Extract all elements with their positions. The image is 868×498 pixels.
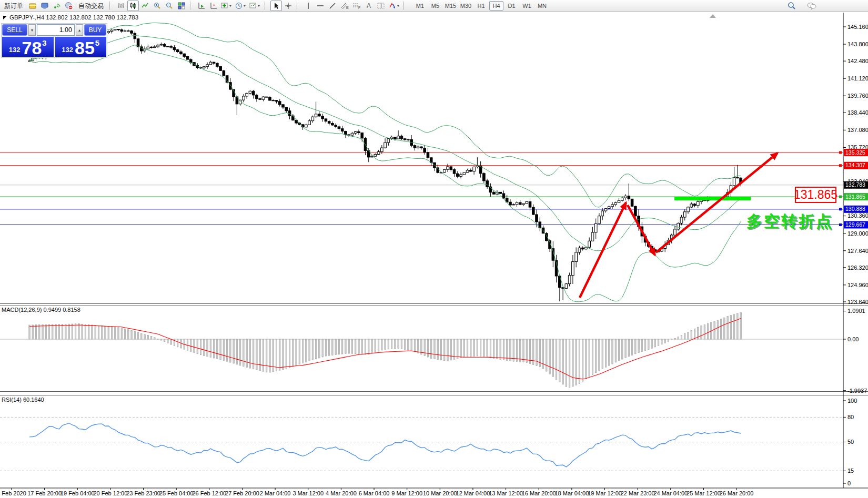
timeframe-m15-button[interactable]: M15: [443, 1, 458, 11]
crosshair-icon[interactable]: [282, 1, 294, 11]
svg-text:24 Mar 04:00: 24 Mar 04:00: [653, 490, 688, 496]
auto-scroll-icon[interactable]: [196, 1, 207, 11]
svg-text:1.0901: 1.0901: [847, 308, 865, 314]
level-pointer: [839, 208, 842, 210]
svg-text:18 Mar 04:00: 18 Mar 04:00: [554, 490, 589, 496]
toolbar-separator: [403, 2, 407, 10]
svg-text:126.320: 126.320: [847, 265, 868, 271]
volume-down-button[interactable]: ▼: [28, 24, 36, 36]
timeframe-mn-button[interactable]: MN: [535, 1, 549, 11]
zoom-out-icon[interactable]: [164, 1, 175, 11]
trend-arrow[interactable]: [656, 153, 778, 252]
pivot-annotation-text[interactable]: 多空转折点: [746, 211, 833, 232]
svg-text:129.000: 129.000: [847, 230, 868, 237]
horizontal-line-icon[interactable]: [315, 1, 326, 11]
chart-canvas[interactable]: 145.160143.800142.480141.120139.760138.4…: [0, 0, 868, 498]
svg-text:0.00: 0.00: [847, 336, 859, 342]
sell-price-prefix: 132: [9, 46, 21, 54]
autotrade-icon[interactable]: [63, 1, 75, 11]
zoom-in-icon[interactable]: [152, 1, 163, 11]
accounts-book-icon[interactable]: [27, 1, 38, 11]
timeframe-toolbar: M1M5M15M30H1H4D1W1MN: [412, 1, 550, 11]
trend-arrow[interactable]: [628, 205, 655, 255]
svg-text:F: F: [358, 6, 360, 9]
chat-icon[interactable]: [806, 1, 817, 11]
timeframe-m30-button[interactable]: M30: [459, 1, 473, 11]
periods-icon[interactable]: [234, 1, 248, 11]
main-pane: [0, 23, 843, 301]
new-order-button[interactable]: 新订单: [1, 1, 26, 11]
timeframe-h1-button[interactable]: H1: [474, 1, 488, 11]
svg-text:139.760: 139.760: [847, 93, 868, 99]
terminal-icon[interactable]: [39, 1, 51, 11]
sell-button[interactable]: SELL: [2, 24, 27, 36]
timeframe-m1-button[interactable]: M1: [413, 1, 427, 11]
equidistant-channel-icon[interactable]: E: [339, 1, 350, 11]
timeframe-d1-button[interactable]: D1: [504, 1, 519, 11]
templates-icon[interactable]: [248, 1, 262, 11]
svg-text:15: 15: [847, 467, 854, 474]
line-chart-icon[interactable]: [139, 1, 151, 11]
svg-text:134.307: 134.307: [845, 162, 865, 168]
svg-text:T: T: [380, 3, 383, 9]
text-label-icon[interactable]: T: [375, 1, 387, 11]
toolbar-separator: [109, 2, 113, 10]
signal-icon[interactable]: [51, 1, 63, 11]
toolbar-separator: [190, 2, 194, 10]
autotrade-button[interactable]: 自动交易: [75, 1, 107, 11]
time-axis[interactable]: 4 Feb 202017 Feb 20:0019 Feb 04:0020 Feb…: [0, 488, 868, 496]
chart-shift-icon[interactable]: *: [208, 1, 219, 11]
candle-chart-icon[interactable]: [127, 1, 139, 11]
bar-chart-icon[interactable]: [115, 1, 127, 11]
buy-price-big: 85: [75, 41, 95, 56]
svg-text:27 Feb 20:00: 27 Feb 20:00: [225, 490, 259, 496]
svg-text:10 Mar 20:00: 10 Mar 20:00: [423, 490, 457, 496]
svg-text:3 Mar 12:00: 3 Mar 12:00: [292, 490, 324, 496]
svg-text:127.640: 127.640: [847, 248, 868, 254]
price-callout-label[interactable]: 131.865: [795, 187, 836, 203]
trend-arrow[interactable]: [580, 202, 626, 298]
macd-pane: [0, 312, 843, 388]
arrows-icon[interactable]: [387, 1, 401, 11]
svg-text:26 Feb 12:00: 26 Feb 12:00: [192, 490, 226, 496]
svg-text:E: E: [346, 6, 349, 9]
timeframe-m5-button[interactable]: M5: [428, 1, 442, 11]
volume-input[interactable]: 1.00: [37, 24, 75, 36]
timeframe-w1-button[interactable]: W1: [520, 1, 534, 11]
svg-text:13 Mar 12:00: 13 Mar 12:00: [489, 490, 523, 496]
svg-text:100: 100: [847, 398, 857, 404]
support-bar[interactable]: [674, 197, 751, 200]
tile-windows-icon[interactable]: [176, 1, 187, 11]
svg-text:141.120: 141.120: [847, 75, 868, 82]
sell-price-display[interactable]: 132 78 3: [2, 37, 54, 57]
svg-text:25 Feb 04:00: 25 Feb 04:00: [159, 490, 194, 496]
toolbar-right-group: [786, 1, 817, 11]
search-icon[interactable]: [786, 1, 798, 11]
toolbar-separator: [265, 2, 268, 10]
buy-button[interactable]: BUY: [84, 24, 106, 36]
cursor-icon[interactable]: [270, 1, 282, 11]
svg-text:131.865: 131.865: [845, 194, 865, 200]
vertical-line-icon[interactable]: [302, 1, 314, 11]
svg-text:124.960: 124.960: [847, 282, 868, 288]
bollinger-upper: [29, 23, 741, 207]
svg-text:143.800: 143.800: [847, 41, 868, 47]
svg-text:19 Feb 04:00: 19 Feb 04:00: [60, 490, 95, 496]
scroll-marker-icon[interactable]: [710, 14, 716, 18]
svg-text:4 Feb 2020: 4 Feb 2020: [0, 490, 26, 496]
text-icon[interactable]: A: [363, 1, 375, 11]
timeframe-h4-button[interactable]: H4: [489, 1, 503, 11]
price-axis[interactable]: 145.160143.800142.480141.120139.760138.4…: [843, 13, 868, 488]
candles-layer: [28, 28, 742, 301]
indicators-icon[interactable]: [220, 1, 234, 11]
svg-text:137.080: 137.080: [847, 127, 868, 133]
svg-text:130.888: 130.888: [845, 206, 865, 212]
buy-price-display[interactable]: 132 85 5: [55, 37, 107, 57]
trend-line-icon[interactable]: [327, 1, 338, 11]
svg-text:*: *: [213, 3, 215, 8]
svg-text:138.440: 138.440: [847, 109, 868, 116]
svg-text:16 Mar 20:00: 16 Mar 20:00: [522, 490, 556, 496]
volume-up-button[interactable]: ▲: [76, 24, 83, 36]
fibonacci-icon[interactable]: F: [351, 1, 362, 11]
mt4-window: 145.160143.800142.480141.120139.760138.4…: [0, 0, 868, 498]
